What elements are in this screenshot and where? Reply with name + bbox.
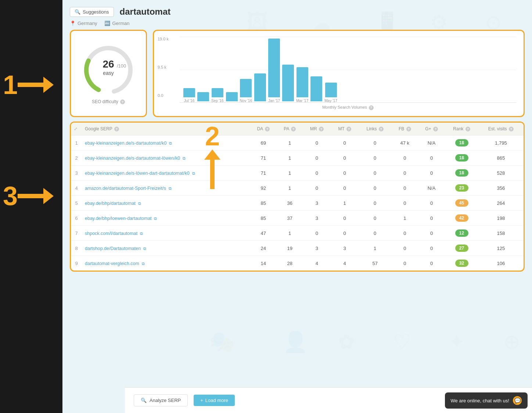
row-gplus-3: N/A [418, 181, 445, 196]
rank-info-icon[interactable]: ? [466, 127, 470, 131]
chat-widget[interactable]: We are online, chat with us! 💬 [445, 392, 528, 409]
arrow-body-1 [18, 77, 54, 93]
serp-table: ⤢ Google SERP ? DA ? PA ? MR ? [71, 123, 524, 271]
chart-grid-area: Jul '16 Sep '16 [180, 37, 516, 103]
top-section: 26 /100 easy SEO difficulty ? 19.0 k 9.5… [70, 30, 525, 117]
url-link-6[interactable]: shpock.com/l/dartautomat [85, 231, 137, 236]
rank-badge-8: 32 [455, 260, 468, 267]
bar-6 [268, 39, 280, 97]
chart-info-icon[interactable]: ? [369, 105, 374, 110]
row-rank-1: 18 [445, 151, 478, 166]
table-row: 3 ebay-kleinanzeigen.de/s-löwen-dart-dar… [71, 166, 524, 181]
url-link-4[interactable]: ebay.de/bhp/dartautomat [85, 201, 136, 206]
row-rank-6: 12 [445, 226, 478, 241]
row-mt-5: 0 [331, 211, 359, 226]
row-mr-3: 0 [303, 181, 331, 196]
arrow-shaft-3 [18, 194, 43, 198]
table-header-row: ⤢ Google SERP ? DA ? PA ? MR ? [71, 123, 524, 135]
row-fb-6: 0 [392, 226, 418, 241]
mt-info-icon[interactable]: ? [346, 127, 351, 131]
row-pa-5: 37 [277, 211, 303, 226]
y-label-top: 19.0 k [158, 37, 169, 41]
bar-9 [310, 76, 322, 101]
pa-info-icon[interactable]: ? [291, 127, 296, 131]
gplus-info-icon[interactable]: ? [433, 127, 438, 131]
bar-group-7 [282, 65, 294, 103]
row-pa-4: 36 [277, 196, 303, 211]
main-content: 🖼 ☁ 📱 ⚙ ⊙ 🎭 👤 ✿ ♡ ✦ ⊕ 🔍 Suggestions dart… [62, 0, 532, 413]
url-link-7[interactable]: dartshop.de/Dartautomaten [85, 246, 141, 251]
external-link-icon-5: ⧉ [154, 216, 157, 221]
rank-badge-5: 42 [455, 214, 468, 222]
row-mt-2: 0 [331, 166, 359, 181]
bar-group-5 [254, 73, 266, 103]
expand-icon: ⤢ [74, 126, 78, 131]
svg-text:🎭: 🎭 [209, 330, 235, 354]
bar-group-6: Jan '17 [268, 39, 280, 103]
da-info-icon[interactable]: ? [265, 127, 270, 131]
bar-5 [254, 73, 266, 101]
url-link-5[interactable]: ebay.de/bhp/loewen-dartautomat [85, 216, 152, 221]
col-rank: Rank ? [445, 123, 478, 135]
row-da-1: 71 [250, 151, 277, 166]
url-link-8[interactable]: dartautomat-vergleich.com [85, 261, 139, 266]
arrow-head-1 [43, 77, 54, 93]
row-mr-2: 0 [303, 166, 331, 181]
row-rank-7: 27 [445, 241, 478, 256]
annotation-3: 3 [0, 183, 62, 209]
bar-7 [282, 65, 294, 101]
links-info-icon[interactable]: ? [379, 127, 384, 131]
suggestions-button[interactable]: 🔍 Suggestions [70, 7, 114, 17]
url-link-0[interactable]: ebay-kleinanzeigen.de/s-dartautomat/k0 [85, 141, 166, 146]
url-link-2[interactable]: ebay-kleinanzeigen.de/s-löwen-dart-darta… [85, 171, 190, 176]
row-gplus-2: 0 [418, 166, 445, 181]
x-label-0: Jul '16 [184, 99, 195, 103]
svg-text:♡: ♡ [393, 330, 411, 353]
row-mr-5: 3 [303, 211, 331, 226]
gauge-footer-text: SEO difficulty [92, 99, 118, 104]
row-links-7: 1 [358, 241, 391, 256]
row-fb-4: 0 [392, 196, 418, 211]
row-fb-2: 0 [392, 166, 418, 181]
analyze-serp-button[interactable]: 🔍 Analyze SERP [134, 394, 188, 406]
row-mr-7: 3 [303, 241, 331, 256]
external-link-icon-0: ⧉ [169, 141, 172, 145]
row-url-8: dartautomat-vergleich.com ⧉ [82, 256, 250, 271]
bar-group-9 [310, 76, 322, 103]
load-more-button[interactable]: + Load more [194, 395, 235, 406]
row-fb-3: 0 [392, 181, 418, 196]
col-pa: PA ? [277, 123, 303, 135]
mr-info-icon[interactable]: ? [319, 127, 324, 131]
external-link-icon-3: ⧉ [169, 186, 172, 191]
row-mr-8: 4 [303, 256, 331, 271]
url-link-3[interactable]: amazon.de/dartautomat-Sport-Freizeit/s [85, 186, 166, 191]
chat-message: We are online, chat with us! [451, 398, 509, 403]
rank-badge-2: 18 [455, 169, 468, 177]
load-more-label: Load more [205, 398, 228, 403]
table-body: 1 ebay-kleinanzeigen.de/s-dartautomat/k0… [71, 135, 524, 271]
visits-info-icon[interactable]: ? [509, 127, 514, 131]
bar-2 [212, 88, 223, 97]
gauge-info-icon[interactable]: ? [120, 99, 125, 104]
serp-info-icon[interactable]: ? [114, 127, 119, 131]
rank-badge-0: 18 [455, 139, 468, 146]
row-gplus-4: 0 [418, 196, 445, 211]
external-link-icon-6: ⧉ [140, 231, 143, 236]
row-number-5: 6 [71, 211, 82, 226]
url-link-1[interactable]: ebay-kleinanzeigen.de/s-dartautomat-löwe… [85, 156, 180, 161]
external-link-icon-8: ⧉ [142, 261, 145, 266]
bar-group-4: Nov '16 [240, 79, 252, 103]
row-url-5: ebay.de/bhp/loewen-dartautomat ⧉ [82, 211, 250, 226]
table-row: 4 amazon.de/dartautomat-Sport-Freizeit/s… [71, 181, 524, 196]
arrow-head-2 [204, 149, 220, 160]
language-item: 🔤 German [104, 21, 129, 26]
page-title: dartautomat [120, 7, 171, 17]
row-da-7: 24 [250, 241, 277, 256]
col-gplus: G+ ? [418, 123, 445, 135]
arrow-shaft-2 [210, 160, 215, 189]
fb-info-icon[interactable]: ? [406, 127, 411, 131]
svg-text:26: 26 [103, 58, 114, 70]
table-row: 6 ebay.de/bhp/loewen-dartautomat ⧉ 85 37… [71, 211, 524, 226]
x-label-4: Nov '16 [240, 99, 252, 103]
bar-group-8: Mar '17 [296, 67, 308, 103]
